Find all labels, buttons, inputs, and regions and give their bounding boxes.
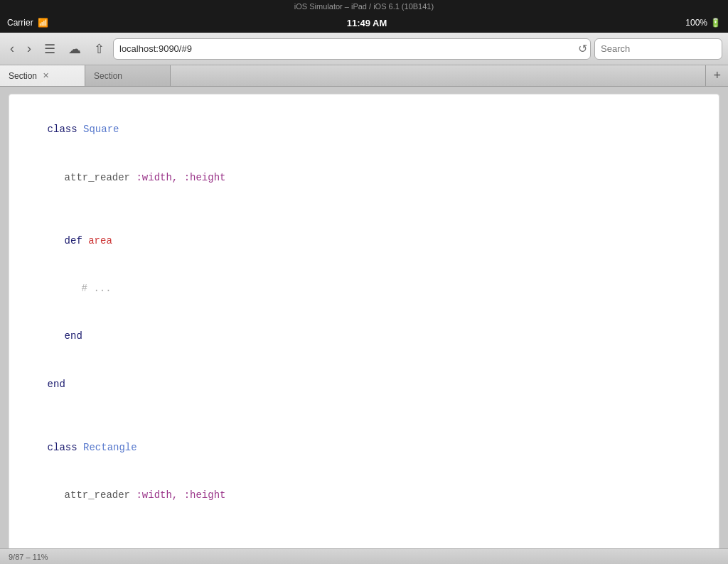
- url-input[interactable]: [113, 38, 591, 60]
- code-line-3: [23, 201, 705, 217]
- bookmarks-icon: ☰: [44, 42, 55, 56]
- code-line-6: end: [23, 313, 705, 360]
- kw-class: class: [48, 124, 83, 135]
- tab-section-2[interactable]: Section: [85, 65, 171, 86]
- tab-bar: Section ✕ Section +: [0, 65, 728, 87]
- tab-section-1[interactable]: Section ✕: [0, 65, 85, 86]
- title-text: iOS Simulator – iPad / iOS 6.1 (10B141): [294, 2, 434, 11]
- carrier-label: Carrier: [7, 18, 33, 28]
- nav-bar: ‹ › ☰ ☁ ⇧ ↺: [0, 33, 728, 65]
- kw-class-rect: class: [48, 442, 83, 453]
- bookmarks-button[interactable]: ☰: [40, 38, 60, 60]
- tab-close-1[interactable]: ✕: [41, 71, 50, 80]
- kw-def: def: [65, 235, 89, 246]
- forward-icon: ›: [27, 41, 31, 55]
- battery-label: 100%: [685, 18, 707, 28]
- share-icon: ⇧: [94, 42, 105, 56]
- code-content: class Square attr_reader :width, :height…: [9, 94, 719, 564]
- footer-position: 9/87 – 11%: [9, 553, 48, 561]
- battery-icon: 🔋: [710, 18, 721, 28]
- footer-bar: 9/87 – 11%: [0, 548, 728, 564]
- search-input[interactable]: [594, 38, 722, 60]
- title-bar: iOS Simulator – iPad / iOS 6.1 (10B141): [0, 0, 728, 13]
- back-button[interactable]: ‹: [6, 38, 18, 59]
- code-line-5: # ...: [23, 265, 705, 313]
- code-line-7: end: [23, 360, 705, 408]
- kw-attr: attr_reader: [65, 172, 136, 183]
- tab-label-2: Section: [94, 71, 122, 81]
- back-icon: ‹: [10, 41, 14, 55]
- reload-button[interactable]: ↺: [575, 39, 590, 58]
- add-tab-icon: +: [713, 68, 721, 83]
- code-line-4: def area: [23, 217, 705, 265]
- forward-button[interactable]: ›: [23, 38, 36, 59]
- code-line-blank-1: [23, 408, 705, 423]
- cloud-icon: ☁: [68, 42, 81, 56]
- status-left: Carrier 📶: [7, 18, 48, 28]
- reload-icon: ↺: [578, 43, 587, 55]
- code-line-10: [23, 519, 705, 535]
- wifi-icon: 📶: [38, 18, 48, 28]
- status-bar: Carrier 📶 11:49 AM 100% 🔋: [0, 13, 728, 33]
- tab-label-1: Section: [9, 71, 37, 81]
- code-line-9: attr_reader :width, :height: [23, 472, 705, 519]
- status-right: 100% 🔋: [685, 18, 721, 28]
- code-line-8: class Rectangle: [23, 424, 705, 472]
- code-line-2: attr_reader :width, :height: [23, 153, 705, 201]
- add-tab-button[interactable]: +: [705, 65, 728, 86]
- code-line-1: class Square: [23, 106, 705, 153]
- share-button[interactable]: ⇧: [90, 38, 109, 60]
- cloud-button[interactable]: ☁: [64, 38, 85, 60]
- status-time: 11:49 AM: [347, 18, 387, 28]
